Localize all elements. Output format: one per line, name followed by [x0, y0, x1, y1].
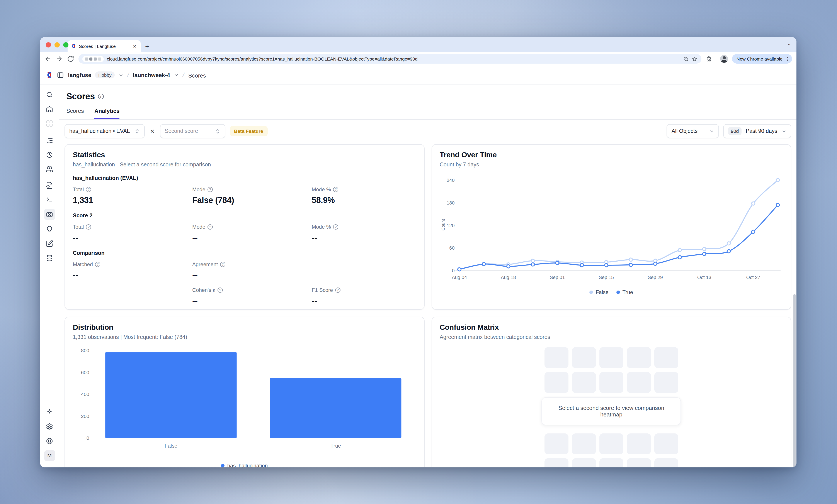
extensions-icon[interactable]	[706, 56, 712, 62]
metric-label: Mode	[192, 186, 205, 192]
confusion-grid-cell	[545, 372, 568, 393]
confusion-matrix-card: Confusion Matrix Agreement matrix betwee…	[431, 317, 791, 467]
help-icon[interactable]: ?	[335, 287, 340, 293]
chevron-down-icon[interactable]	[119, 73, 123, 77]
statistics-subtitle: has_hallucination - Select a second scor…	[73, 162, 416, 168]
svg-text:200: 200	[81, 413, 89, 419]
sidebar-item-search[interactable]	[44, 89, 55, 100]
fullscreen-window-button[interactable]	[63, 42, 68, 48]
confusion-title: Confusion Matrix	[440, 323, 783, 332]
breadcrumb-org[interactable]: langfuse	[68, 72, 91, 78]
back-icon[interactable]	[44, 55, 51, 62]
legend-item[interactable]: has_hallucination	[221, 463, 268, 467]
zoom-icon[interactable]	[683, 56, 689, 62]
metric-mode: Mode? False (784)	[192, 186, 312, 205]
forward-icon[interactable]	[56, 55, 63, 62]
sidebar-item-prompts[interactable]	[44, 180, 55, 190]
bookmark-star-icon[interactable]	[692, 56, 698, 62]
desktop-wallpaper: Scores | Langfuse ✕ + ⌄ cloud.langfuse.c…	[0, 0, 837, 504]
address-bar[interactable]: cloud.langfuse.com/project/cmhnuoj660007…	[78, 54, 702, 63]
confusion-grid-cell	[654, 347, 678, 368]
help-icon[interactable]: ?	[86, 187, 91, 192]
date-range-value: Past 90 days	[746, 128, 777, 134]
site-info-chip[interactable]	[83, 56, 104, 62]
app-header: langfuse Hobby / launchweek-4 / Scores	[40, 66, 797, 85]
langfuse-logo-icon[interactable]	[46, 71, 53, 78]
svg-text:Count: Count	[441, 219, 445, 231]
tab-scores[interactable]: Scores	[66, 108, 84, 119]
confusion-grid-cell	[600, 433, 623, 454]
metric-value: --	[312, 233, 416, 243]
sidebar-item-evaluation[interactable]	[44, 209, 55, 220]
url-text[interactable]: cloud.langfuse.com/project/cmhnuoj660007…	[107, 56, 680, 61]
score1-select[interactable]: has_hallucination • EVAL	[65, 124, 145, 138]
browser-menu-icon[interactable]: ⋮	[785, 56, 790, 62]
distribution-chart: 0200400600800FalseTrue	[73, 346, 416, 458]
page-title: Scores	[66, 92, 95, 101]
close-window-button[interactable]	[46, 42, 51, 48]
metric-matched: Matched? --	[73, 261, 192, 280]
info-icon[interactable]: i	[98, 94, 104, 99]
help-icon[interactable]: ?	[208, 187, 213, 192]
svg-text:600: 600	[81, 370, 89, 375]
help-icon[interactable]: ?	[86, 224, 91, 229]
object-type-select[interactable]: All Objects	[667, 124, 719, 138]
reload-icon[interactable]	[67, 55, 74, 62]
profile-avatar[interactable]	[720, 55, 728, 63]
clear-score-filter-icon[interactable]: ✕	[149, 128, 156, 134]
legend-item[interactable]: True	[617, 289, 633, 295]
page-tabs: Scores Analytics	[59, 101, 797, 120]
help-icon[interactable]: ?	[333, 224, 338, 229]
metric-agreement: Agreement? --	[192, 261, 312, 280]
chevron-down-icon	[710, 129, 714, 133]
score2-metrics: Total? -- Mode? -- Mode %? --	[73, 224, 416, 243]
sidebar-toggle-icon[interactable]	[57, 71, 64, 79]
legend-item[interactable]: False	[590, 289, 609, 295]
tab-search-icon[interactable]: ⌄	[787, 41, 791, 46]
tab-title: Scores | Langfuse	[79, 43, 129, 49]
help-icon[interactable]: ?	[217, 287, 223, 293]
chevron-down-icon[interactable]	[174, 73, 179, 77]
settings-gear-icon[interactable]	[44, 421, 55, 432]
sidebar-item-tracing[interactable]	[44, 135, 55, 146]
confusion-grid-cell	[600, 372, 623, 393]
help-icon[interactable]: ?	[220, 262, 225, 267]
tab-close-icon[interactable]: ✕	[132, 44, 137, 49]
metric-total: Total? 1,331	[73, 186, 192, 205]
help-icon[interactable]: ?	[333, 187, 338, 192]
help-icon[interactable]: ?	[95, 262, 100, 267]
confusion-grid-cell	[545, 347, 568, 368]
chrome-update-label: New Chrome available	[736, 56, 783, 61]
help-icon[interactable]: ?	[208, 224, 213, 229]
sidebar-item-home[interactable]	[44, 104, 55, 114]
sidebar-item-sessions[interactable]	[44, 149, 55, 160]
minimize-window-button[interactable]	[54, 42, 60, 48]
second-score-select[interactable]: Second score	[160, 124, 225, 138]
sidebar-item-annotation[interactable]	[44, 238, 55, 249]
scrollbar-thumb[interactable]	[794, 294, 796, 467]
distribution-card: Distribution 1,331 observations | Most f…	[65, 317, 424, 467]
sidebar-item-users[interactable]	[44, 164, 55, 174]
svg-text:Sep 29: Sep 29	[647, 275, 663, 280]
sidebar-item-playground[interactable]	[44, 194, 55, 205]
score1-section-title: has_hallucination (EVAL)	[73, 175, 416, 181]
svg-text:400: 400	[81, 391, 89, 397]
sidebar-item-datasets[interactable]	[44, 253, 55, 263]
confusion-grid-cell	[654, 372, 678, 393]
sidebar-item-llm-as-a-judge[interactable]	[44, 224, 55, 235]
filter-bar: has_hallucination • EVAL ✕ Second score …	[59, 120, 797, 143]
chrome-update-button[interactable]: New Chrome available ⋮	[732, 54, 792, 63]
statistics-title: Statistics	[73, 151, 416, 160]
breadcrumb-page[interactable]: Scores	[188, 72, 194, 77]
new-tab-button[interactable]: +	[145, 43, 149, 50]
breadcrumb-project[interactable]: launchweek-4	[133, 72, 170, 78]
support-lifebuoy-icon[interactable]	[44, 435, 55, 446]
whats-new-sparkle-icon[interactable]	[44, 407, 55, 417]
date-range-select[interactable]: 90d Past 90 days	[724, 124, 791, 138]
metric-cohens-kappa: Cohen's κ? --	[192, 287, 312, 306]
sidebar-item-dashboards[interactable]	[44, 118, 55, 129]
tab-analytics[interactable]: Analytics	[94, 108, 120, 119]
user-avatar[interactable]: M	[44, 450, 55, 461]
metric-label: F1 Score	[312, 287, 333, 293]
browser-tab[interactable]: Scores | Langfuse ✕	[68, 40, 141, 52]
